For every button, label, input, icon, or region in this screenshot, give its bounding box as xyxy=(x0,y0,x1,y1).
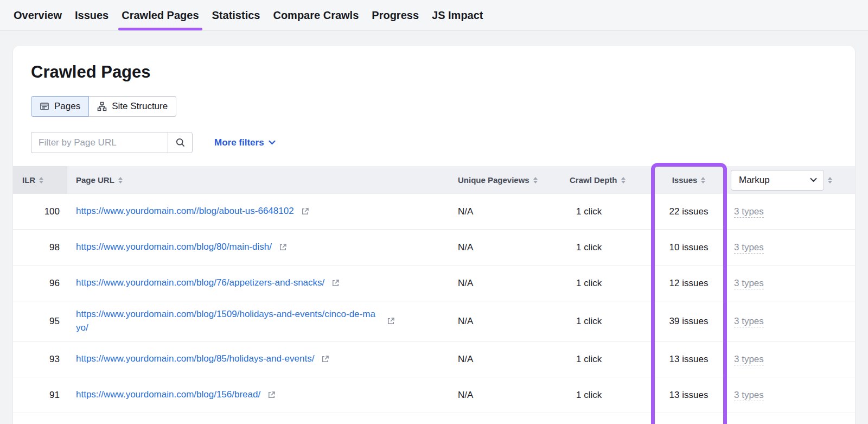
pages-view-button[interactable]: Pages xyxy=(31,96,89,117)
tab-crawled-pages[interactable]: Crawled Pages xyxy=(122,0,199,30)
tab-overview[interactable]: Overview xyxy=(14,0,62,30)
chevron-down-icon xyxy=(269,140,276,145)
issues-value: 13 issues xyxy=(652,354,725,365)
markup-types-link[interactable]: 3 types xyxy=(734,242,764,254)
unique-pageviews-value: N/A xyxy=(447,354,565,365)
header-unique-pageviews-label: Unique Pageviews xyxy=(458,175,529,185)
issues-value: 12 issues xyxy=(652,278,725,289)
sort-icon[interactable] xyxy=(533,177,538,183)
table-row: 95 https://www.yourdomain.com/blog/1509/… xyxy=(13,301,855,341)
page-url-cell: https://www.yourdomain.com/blog/85/holid… xyxy=(67,346,447,372)
markup-cell: 3 types xyxy=(725,206,855,217)
markup-filter-value: Markup xyxy=(739,175,770,186)
page-url-cell: https://www.yourdomain.com/blog/156/brea… xyxy=(67,382,447,408)
view-toggle: Pages Site Structure xyxy=(31,96,176,117)
sort-icon[interactable] xyxy=(118,177,123,183)
table-row: 100 https://www.yourdomain.com//blog/abo… xyxy=(13,194,855,230)
ilr-value: 96 xyxy=(13,278,67,289)
more-filters-button[interactable]: More filters xyxy=(214,137,276,148)
page-url-link[interactable]: https://www.yourdomain.com/blog/1509/hol… xyxy=(76,308,380,334)
header-unique-pageviews[interactable]: Unique Pageviews xyxy=(447,166,565,194)
external-link-icon[interactable] xyxy=(331,279,340,288)
markup-cell: 3 types xyxy=(725,390,855,401)
header-markup: Markup xyxy=(725,166,855,194)
site-structure-icon xyxy=(97,102,107,111)
external-link-icon[interactable] xyxy=(386,317,395,326)
unique-pageviews-value: N/A xyxy=(447,242,565,253)
tab-issues[interactable]: Issues xyxy=(75,0,108,30)
header-page-url[interactable]: Page URL xyxy=(67,166,447,194)
page-url-link[interactable]: https://www.yourdomain.com/blog/156/brea… xyxy=(76,388,260,402)
ilr-value: 100 xyxy=(13,206,67,217)
more-filters-label: More filters xyxy=(214,137,264,148)
sort-icon[interactable] xyxy=(39,177,43,183)
crawled-pages-card: Crawled Pages Pages xyxy=(13,46,855,424)
search-icon xyxy=(175,137,186,148)
sort-icon[interactable] xyxy=(701,177,705,183)
external-link-icon[interactable] xyxy=(321,355,330,364)
markup-filter-select[interactable]: Markup xyxy=(731,170,824,191)
markup-types-link[interactable]: 3 types xyxy=(734,206,764,218)
ilr-value: 93 xyxy=(13,354,67,365)
crawl-depth-value: 1 click xyxy=(565,278,652,289)
table-row: 91 https://www.yourdomain.com/blog/156/b… xyxy=(13,377,855,413)
filter-row: More filters xyxy=(31,132,837,153)
header-issues[interactable]: Issues xyxy=(652,166,725,194)
pages-view-label: Pages xyxy=(54,101,80,112)
site-structure-view-button[interactable]: Site Structure xyxy=(89,96,176,117)
markup-types-link[interactable]: 3 types xyxy=(734,390,764,401)
ilr-value: 98 xyxy=(13,242,67,253)
markup-types-link[interactable]: 3 types xyxy=(734,316,764,327)
unique-pageviews-value: N/A xyxy=(447,316,565,327)
markup-cell: 3 types xyxy=(725,242,855,253)
markup-types-link[interactable]: 3 types xyxy=(734,354,764,365)
header-ilr-label: ILR xyxy=(22,175,35,185)
crawl-depth-value: 1 click xyxy=(565,316,652,327)
tab-statistics[interactable]: Statistics xyxy=(212,0,260,30)
issues-value: 22 issues xyxy=(652,206,725,217)
header-page-url-label: Page URL xyxy=(76,175,114,185)
header-ilr[interactable]: ILR xyxy=(13,166,67,194)
issues-value: 39 issues xyxy=(652,316,725,327)
tab-compare-crawls[interactable]: Compare Crawls xyxy=(273,0,359,30)
ilr-value: 91 xyxy=(13,390,67,401)
page-url-filter-input[interactable] xyxy=(31,132,168,153)
header-crawl-depth[interactable]: Crawl Depth xyxy=(565,166,652,194)
tab-js-impact[interactable]: JS Impact xyxy=(432,0,483,30)
markup-cell: 3 types xyxy=(725,316,855,327)
crawl-depth-value: 1 click xyxy=(565,390,652,401)
page-url-cell: https://www.yourdomain.com/blog/76/appet… xyxy=(67,270,447,296)
crawled-pages-table: ILR Page URL Unique Pageviews Crawl Dept… xyxy=(13,166,855,413)
header-crawl-depth-label: Crawl Depth xyxy=(570,175,617,185)
sort-icon[interactable] xyxy=(828,177,832,183)
unique-pageviews-value: N/A xyxy=(447,278,565,289)
external-link-icon[interactable] xyxy=(278,243,288,252)
crawl-depth-value: 1 click xyxy=(565,206,652,217)
chevron-down-icon xyxy=(810,178,817,182)
page-url-link[interactable]: https://www.yourdomain.com/blog/76/appet… xyxy=(76,276,324,290)
markup-types-link[interactable]: 3 types xyxy=(734,278,764,289)
site-structure-view-label: Site Structure xyxy=(112,101,168,112)
search-button[interactable] xyxy=(168,132,193,153)
unique-pageviews-value: N/A xyxy=(447,206,565,217)
page-title: Crawled Pages xyxy=(31,62,837,82)
header-issues-label: Issues xyxy=(672,175,698,185)
issues-value: 10 issues xyxy=(652,242,725,253)
unique-pageviews-value: N/A xyxy=(447,390,565,401)
sort-icon[interactable] xyxy=(621,177,626,183)
markup-cell: 3 types xyxy=(725,278,855,289)
crawl-depth-value: 1 click xyxy=(565,354,652,365)
top-nav: Overview Issues Crawled Pages Statistics… xyxy=(0,0,868,31)
table-row: 98 https://www.yourdomain.com/blog/80/ma… xyxy=(13,230,855,265)
page-url-link[interactable]: https://www.yourdomain.com//blog/about-u… xyxy=(76,205,294,218)
issues-value: 13 issues xyxy=(652,390,725,401)
page-url-cell: https://www.yourdomain.com/blog/1509/hol… xyxy=(67,301,447,341)
ilr-value: 95 xyxy=(13,316,67,327)
page-url-link[interactable]: https://www.yourdomain.com/blog/85/holid… xyxy=(76,352,314,366)
page-url-link[interactable]: https://www.yourdomain.com/blog/80/main-… xyxy=(76,241,272,254)
crawl-depth-value: 1 click xyxy=(565,242,652,253)
external-link-icon[interactable] xyxy=(267,390,276,400)
external-link-icon[interactable] xyxy=(301,207,310,216)
markup-cell: 3 types xyxy=(725,354,855,365)
tab-progress[interactable]: Progress xyxy=(372,0,419,30)
